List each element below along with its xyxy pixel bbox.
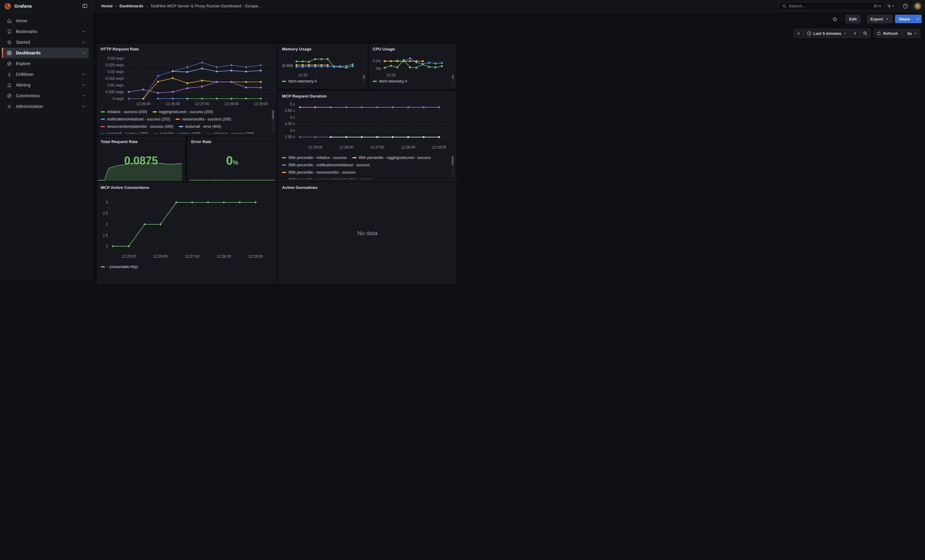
sidebar-item-label: Dashboards (16, 50, 41, 56)
legend-label: tools/call - error (404) (185, 125, 221, 129)
legend-item[interactable]: 95th percentile - logging/setLevel - suc… (353, 156, 431, 160)
svg-text:16 MiB: 16 MiB (282, 64, 293, 68)
panel-total-request-rate: Total Request Rate 0.0875 (97, 137, 185, 181)
legend-label: fetch-telemetry-0 (288, 79, 316, 83)
legend-item[interactable]: 95th percentile - initialize - success (282, 156, 347, 160)
svg-text:12:27:00: 12:27:00 (370, 145, 384, 150)
legend-item[interactable]: unknown - success (200) (206, 132, 255, 134)
svg-text:12:25:00: 12:25:00 (308, 145, 322, 150)
panel-mcp-request-duration: MCP Request Duration 12:25:0012:26:0012:… (279, 92, 456, 181)
legend-item[interactable]: tools/call - success (200) (101, 132, 148, 134)
legend-item[interactable]: 95th percentile - resources/list - succe… (282, 170, 356, 174)
http-request-rate-legend: initialize - success (200)logging/setLev… (101, 110, 268, 134)
svg-text:2.5: 2.5 (103, 211, 108, 216)
svg-text:3 s: 3 s (290, 128, 295, 133)
legend-label: 95th percentile - initialize - success (288, 156, 347, 160)
svg-text:5 s: 5 s (290, 102, 295, 107)
http-request-rate-chart[interactable]: 12:25:0012:26:0012:27:0012:28:0012:29:00… (100, 51, 274, 110)
legend-item[interactable]: - (streamable-http) (101, 265, 138, 269)
chevron-down-icon[interactable] (81, 29, 86, 34)
panel-title[interactable]: MCP Request Duration (282, 94, 327, 98)
panel-http-request-rate: HTTP Request Rate 12:25:0012:26:0012:27:… (97, 44, 277, 135)
sidebar-item-drilldown[interactable]: Drilldown (2, 69, 89, 80)
panel-error-rate: Error Rate 0% (188, 137, 277, 181)
legend-item[interactable]: fetch-telemetry-0 (372, 79, 407, 83)
top-navigation: Home › Dashboards › ToolHive MCP Server … (92, 0, 462, 12)
panel-title[interactable]: MCP Active Connections (101, 185, 149, 190)
error-rate-value: 0% (188, 154, 276, 168)
legend-item[interactable]: tools/list - success (200) (154, 132, 201, 134)
svg-text:12:27:00: 12:27:00 (185, 254, 199, 258)
mcp-active-connections-chart[interactable]: 12:25:0012:26:0012:27:0012:28:0012:29:00… (100, 192, 272, 261)
sidebar-item-label: Alerting (16, 83, 30, 87)
legend-label: resources/list - success (200) (182, 117, 231, 122)
legend-label: unknown - success (200) (212, 132, 255, 134)
sidebar-item-alerting[interactable]: Alerting (2, 80, 89, 90)
svg-text:3: 3 (106, 200, 108, 204)
legend-scrollbar[interactable] (363, 75, 365, 86)
chevron-down-icon[interactable] (81, 83, 86, 87)
legend-swatch (372, 81, 377, 82)
active-indicator (2, 48, 3, 58)
legend-item[interactable]: notifications/initialized - success (202… (101, 117, 170, 122)
breadcrumb-home[interactable]: Home (101, 4, 113, 8)
compass-icon (7, 61, 12, 66)
sidebar-item-home[interactable]: Home (2, 16, 89, 26)
sidebar-item-administration[interactable]: Administration (2, 101, 89, 111)
legend-label: 95th percentile - resources/list - succe… (288, 170, 356, 174)
legend-swatch (101, 126, 105, 127)
legend-item[interactable]: fetch-telemetry-0 (282, 79, 316, 83)
error-rate-unit: % (233, 159, 238, 166)
panel-title[interactable]: Error Rate (191, 140, 211, 144)
svg-text:12:25: 12:25 (386, 73, 396, 77)
chevron-down-icon[interactable] (81, 40, 86, 44)
legend-item[interactable]: logging/setLevel - success (200) (153, 110, 213, 114)
sidebar-item-starred[interactable]: Starred (2, 37, 89, 47)
cpu-usage-chart[interactable]: 12:250.2%0% (371, 52, 450, 77)
legend-scrollbar[interactable] (452, 75, 454, 86)
sidebar-item-label: Explore (16, 61, 30, 66)
chevron-down-icon[interactable] (81, 51, 86, 55)
svg-text:0.025 req/s: 0.025 req/s (105, 63, 124, 67)
chevron-down-icon[interactable] (81, 104, 86, 108)
legend-label: fetch-telemetry-0 (379, 79, 407, 83)
svg-text:12:26:00: 12:26:00 (339, 145, 354, 150)
legend-swatch (154, 133, 158, 134)
legend-swatch (353, 157, 357, 158)
legend-item[interactable]: initialize - success (200) (101, 110, 147, 114)
legend-item[interactable]: resources/list - success (200) (176, 117, 231, 122)
legend-swatch (282, 164, 286, 166)
sidebar-item-label: Drilldown (16, 72, 34, 77)
sidebar-collapse-icon[interactable] (82, 3, 87, 9)
svg-text:12:26:00: 12:26:00 (166, 102, 180, 106)
legend-item[interactable]: 95th percentile - resources/templates/li… (282, 177, 373, 179)
panel-title[interactable]: CPU Usage (372, 47, 395, 51)
svg-text:0.2%: 0.2% (373, 59, 381, 63)
mcp-request-duration-chart[interactable]: 12:25:0012:26:0012:27:0012:28:0012:29:00… (282, 98, 454, 152)
grafana-logo-icon[interactable] (4, 3, 11, 9)
breadcrumb-dashboards[interactable]: Dashboards (120, 4, 143, 8)
sidebar-item-bookmarks[interactable]: Bookmarks (2, 26, 89, 37)
legend-scrollbar[interactable] (452, 156, 453, 179)
panel-title[interactable]: HTTP Request Rate (101, 47, 139, 51)
panel-active-goroutines: Active Goroutines No data (279, 183, 456, 280)
panel-title[interactable]: Memory Usage (282, 47, 311, 51)
sidebar-item-explore[interactable]: Explore (2, 59, 89, 69)
chevron-down-icon[interactable] (81, 93, 86, 98)
legend-item[interactable]: tools/call - error (404) (179, 125, 221, 129)
panel-title[interactable]: Total Request Rate (101, 140, 138, 144)
legend-item[interactable]: resources/templates/list - success (200) (101, 125, 173, 129)
legend-swatch (101, 111, 105, 113)
sidebar-item-label: Starred (16, 40, 30, 45)
memory-usage-chart[interactable]: 12:2516 MiB (280, 52, 360, 77)
breadcrumb-separator: › (146, 4, 148, 8)
sidebar-item-connections[interactable]: Connections (2, 90, 89, 101)
sidebar-item-dashboards[interactable]: Dashboards (2, 48, 89, 58)
svg-text:12:25: 12:25 (298, 73, 307, 77)
bookmark-icon (7, 29, 12, 34)
legend-item[interactable]: 95th percentile - notifications/initiali… (282, 163, 370, 167)
legend-label: resources/templates/list - success (200) (107, 125, 173, 129)
legend-scrollbar[interactable] (272, 110, 274, 133)
chevron-down-icon[interactable] (81, 72, 86, 77)
no-data-message: No data (279, 183, 456, 280)
